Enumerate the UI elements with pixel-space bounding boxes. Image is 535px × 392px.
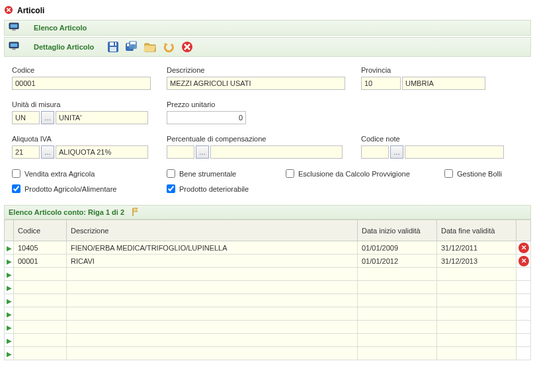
cell-data-fine[interactable] [437, 268, 516, 281]
table-row[interactable]: ▶10405FIENO/ERBA MEDICA/TRIFOGLIO/LUPINE… [5, 241, 531, 255]
row-expand-icon[interactable]: ▶ [7, 245, 12, 252]
cell-data-fine[interactable]: 31/12/2011 [437, 241, 516, 255]
prezzo-label: Prezzo unitario [167, 100, 345, 108]
row-delete-icon[interactable]: ✕ [518, 243, 529, 253]
cell-data-inizio[interactable]: 01/01/2009 [358, 241, 437, 255]
row-delete-icon[interactable]: ✕ [518, 256, 529, 266]
cell-data-fine[interactable] [437, 307, 516, 321]
flag-icon[interactable] [131, 208, 140, 217]
cell-data-inizio[interactable] [358, 347, 437, 360]
cell-codice[interactable] [14, 307, 67, 321]
undo-icon[interactable] [161, 40, 176, 54]
row-expand-icon[interactable]: ▶ [7, 337, 12, 344]
um-code-input[interactable] [12, 111, 40, 124]
prodotto-deteriorabile-checkbox[interactable] [167, 184, 175, 193]
esclusione-provv-checkbox[interactable] [286, 169, 294, 178]
col-data-inizio[interactable]: Data inizio validità [358, 220, 437, 241]
close-round-icon[interactable] [180, 40, 194, 54]
note-name-input[interactable] [405, 145, 504, 159]
table-row[interactable]: ▶✕ [5, 307, 531, 321]
table-row[interactable]: ▶✕ [5, 281, 531, 294]
cell-descrizione[interactable] [67, 321, 358, 334]
cell-data-inizio[interactable] [358, 281, 437, 294]
gestione-bolli-label: Gestione Bolli [457, 170, 502, 178]
table-row[interactable]: ▶00001RICAVI01/01/201231/12/2013✕ [5, 255, 531, 268]
provincia-code-input[interactable] [361, 77, 401, 90]
save-as-icon[interactable] [124, 40, 139, 54]
note-code-input[interactable] [361, 145, 389, 159]
perc-comp-lookup-button[interactable]: … [196, 145, 209, 159]
table-row[interactable]: ▶✕ [5, 268, 531, 281]
row-expand-icon[interactable]: ▶ [7, 324, 12, 331]
cell-descrizione[interactable] [67, 294, 358, 307]
cell-descrizione[interactable] [67, 347, 358, 360]
bene-strumentale-label: Bene strumentale [179, 170, 236, 178]
open-folder-icon[interactable] [143, 40, 157, 54]
cell-data-inizio[interactable]: 01/01/2012 [358, 255, 437, 268]
vendita-extra-checkbox[interactable] [12, 169, 21, 178]
cell-codice[interactable] [14, 334, 67, 347]
cell-descrizione[interactable]: FIENO/ERBA MEDICA/TRIFOGLIO/LUPINELLA [67, 241, 358, 255]
bene-strumentale-checkbox[interactable] [167, 169, 175, 178]
col-codice[interactable]: Codice [14, 220, 67, 241]
esclusione-provv-label: Esclusione da Calcolo Provvigione [298, 170, 410, 178]
iva-code-input[interactable] [12, 145, 40, 159]
cell-codice[interactable] [14, 321, 67, 334]
cell-descrizione[interactable]: RICAVI [67, 255, 358, 268]
cell-descrizione[interactable] [67, 307, 358, 321]
page-title: Articoli [17, 6, 44, 15]
cell-data-fine[interactable] [437, 334, 516, 347]
cell-data-inizio[interactable] [358, 268, 437, 281]
provincia-name-input[interactable] [402, 77, 485, 90]
cell-data-inizio[interactable] [358, 294, 437, 307]
save-icon[interactable] [106, 40, 120, 54]
cell-codice[interactable]: 10405 [14, 241, 67, 255]
row-expand-icon[interactable]: ▶ [7, 258, 12, 265]
cell-descrizione[interactable] [67, 334, 358, 347]
cell-data-inizio[interactable] [358, 307, 437, 321]
cell-data-fine[interactable] [437, 294, 516, 307]
table-row[interactable]: ▶✕ [5, 334, 531, 347]
descrizione-input[interactable] [167, 77, 345, 90]
cell-data-inizio[interactable] [358, 334, 437, 347]
cell-codice[interactable] [14, 294, 67, 307]
perc-comp-name-input[interactable] [210, 145, 343, 159]
cell-descrizione[interactable] [67, 281, 358, 294]
col-descrizione[interactable]: Descrizione [67, 220, 358, 241]
iva-name-input[interactable] [56, 145, 148, 159]
articolo-conto-table: Codice Descrizione Data inizio validità … [4, 219, 531, 360]
row-expand-icon[interactable]: ▶ [7, 297, 12, 305]
elenco-articolo-bar[interactable]: Elenco Articolo [4, 20, 531, 36]
row-expand-icon[interactable]: ▶ [7, 271, 12, 278]
row-expand-icon[interactable]: ▶ [7, 350, 12, 358]
prodotto-deteriorabile-label: Prodotto deteriorabile [179, 185, 249, 193]
um-name-input[interactable] [56, 111, 148, 124]
cell-codice[interactable] [14, 281, 67, 294]
cell-data-fine[interactable]: 31/12/2013 [437, 255, 516, 268]
table-row[interactable]: ▶✕ [5, 321, 531, 334]
cell-codice[interactable]: 00001 [14, 255, 67, 268]
cell-descrizione[interactable] [67, 268, 358, 281]
cell-data-fine[interactable] [437, 321, 516, 334]
note-lookup-button[interactable]: … [390, 145, 403, 159]
gestione-bolli-checkbox[interactable] [444, 169, 453, 178]
row-expand-icon[interactable]: ▶ [7, 311, 12, 318]
cell-data-inizio[interactable] [358, 321, 437, 334]
dettaglio-articolo-bar: Dettaglio Articolo [4, 37, 531, 57]
table-row[interactable]: ▶✕ [5, 294, 531, 307]
codice-input[interactable] [12, 77, 151, 90]
um-lookup-button[interactable]: … [41, 111, 54, 124]
perc-comp-code-input[interactable] [167, 145, 194, 159]
close-icon[interactable] [4, 5, 13, 16]
iva-lookup-button[interactable]: … [41, 145, 54, 159]
cell-data-fine[interactable] [437, 281, 516, 294]
row-expand-icon[interactable]: ▶ [7, 284, 12, 292]
table-row[interactable]: ▶✕ [5, 347, 531, 360]
cell-codice[interactable] [14, 347, 67, 360]
col-data-fine[interactable]: Data fine validità [437, 220, 516, 241]
cell-codice[interactable] [14, 268, 67, 281]
prezzo-input[interactable] [167, 111, 246, 124]
prodotto-agricolo-checkbox[interactable] [12, 184, 21, 193]
svg-rect-9 [110, 47, 116, 52]
cell-data-fine[interactable] [437, 347, 516, 360]
